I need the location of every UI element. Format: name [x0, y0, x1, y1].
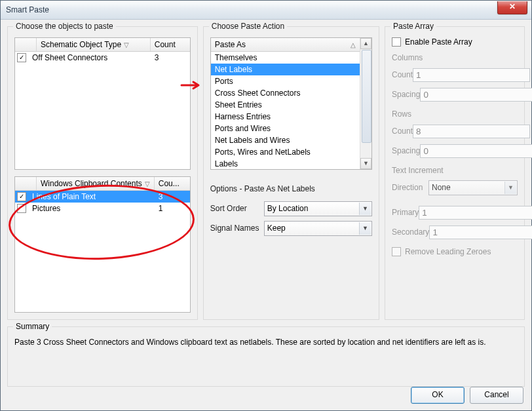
direction-combo[interactable]: None ▼ — [428, 180, 518, 195]
window-title: Smart Paste — [6, 5, 49, 14]
combo-value: None — [432, 183, 451, 192]
group-legend: Choose the objects to paste — [13, 22, 116, 31]
group-choose-objects: Choose the objects to paste Schematic Ob… — [7, 26, 198, 320]
paste-as-item[interactable]: Cross Sheet Connectors — [211, 87, 360, 99]
header-checkbox-col — [15, 177, 37, 190]
columns-spacing-input[interactable] — [420, 88, 532, 102]
scroll-thumb[interactable] — [362, 50, 371, 143]
paste-as-item[interactable]: Harness Entries — [211, 111, 360, 123]
paste-as-item[interactable]: Sheet Entries — [211, 99, 360, 111]
table-body: ✓ Off Sheet Connectors 3 — [15, 52, 190, 169]
schematic-objects-table[interactable]: Schematic Object Type▽ Count ✓ Off Sheet… — [14, 37, 191, 170]
ok-button[interactable]: OK — [411, 387, 465, 404]
group-legend: Choose Paste Action — [209, 22, 287, 31]
row-enable-array: Enable Paste Array — [392, 37, 518, 47]
header-type[interactable]: Windows Clipboard Contents▽ — [37, 177, 155, 190]
summary-legend: Summary — [13, 322, 52, 331]
row-checkbox[interactable]: ✓ — [17, 192, 26, 201]
titlebar[interactable]: Smart Paste ✕ — [1, 1, 531, 20]
clipboard-contents-table[interactable]: Windows Clipboard Contents▽ Cou... ✓ Lin… — [14, 176, 191, 313]
section-columns: Columns — [392, 53, 518, 62]
signal-names-label: Signal Names — [210, 224, 264, 233]
rows-count-input[interactable] — [413, 125, 530, 138]
paste-as-item[interactable]: Net Labels and Wires — [211, 134, 360, 146]
sort-asc-icon: △ — [351, 41, 356, 49]
sort-order-combo[interactable]: By Location ▼ — [264, 201, 372, 216]
header-type[interactable]: Schematic Object Type▽ — [37, 38, 151, 51]
group-paste-action: Choose Paste Action Paste As△ Themselves… — [203, 26, 379, 320]
summary-text: Paste 3 Cross Sheet Connectors and Windo… — [14, 338, 518, 347]
table-row[interactable]: ✓ Lines of Plain Text 3 — [15, 191, 190, 203]
cancel-button[interactable]: Cancel — [470, 387, 523, 404]
scroll-up-icon[interactable]: ▲ — [360, 38, 371, 49]
paste-as-item[interactable]: Labels — [211, 158, 360, 169]
options-subgroup: Options - Paste As Net Labels Sort Order… — [210, 184, 372, 239]
enable-array-label: Enable Paste Array — [405, 37, 472, 47]
close-icon: ✕ — [509, 2, 516, 11]
columns-count-input[interactable] — [413, 68, 530, 82]
scrollbar[interactable]: ▲ ▼ — [360, 38, 371, 169]
cell-type: Off Sheet Connectors — [28, 53, 151, 62]
combo-value: By Location — [267, 204, 309, 213]
paste-as-item[interactable]: Ports — [211, 75, 360, 87]
primary-input[interactable] — [419, 206, 532, 220]
rows-spacing-input[interactable] — [420, 144, 532, 158]
chevron-down-icon: ▼ — [359, 222, 371, 235]
options-legend: Options - Paste As Net Labels — [210, 184, 372, 193]
paste-as-list[interactable]: Paste As△ ThemselvesNet LabelsPortsCross… — [210, 37, 372, 170]
secondary-input[interactable] — [429, 225, 532, 239]
row-checkbox[interactable] — [17, 204, 26, 213]
cell-type: Lines of Plain Text — [28, 192, 155, 201]
remove-zeroes-label: Remove Leading Zeroes — [405, 247, 491, 256]
header-count[interactable]: Count — [151, 38, 190, 51]
scroll-down-icon[interactable]: ▼ — [360, 158, 371, 169]
cell-count: 1 — [155, 204, 190, 213]
paste-as-item[interactable]: Themselves — [211, 52, 360, 64]
cell-type: Pictures — [28, 204, 155, 213]
chevron-down-icon: ▼ — [359, 203, 371, 215]
table-row[interactable]: Pictures 1 — [15, 203, 190, 214]
smart-paste-dialog: Smart Paste ✕ Choose the objects to past… — [0, 0, 532, 411]
group-summary: Summary Paste 3 Cross Sheet Connectors a… — [7, 326, 525, 387]
chevron-down-icon: ▼ — [504, 182, 516, 194]
header-count[interactable]: Cou... — [155, 177, 190, 190]
enable-array-checkbox[interactable] — [392, 37, 401, 47]
combo-value: Keep — [267, 224, 286, 233]
sort-desc-icon: ▽ — [145, 180, 150, 187]
close-button[interactable]: ✕ — [497, 1, 527, 14]
row-sort-order: Sort Order By Location ▼ — [210, 200, 372, 217]
cell-count: 3 — [155, 192, 190, 201]
sort-order-label: Sort Order — [210, 204, 264, 213]
group-paste-array: Paste Array Enable Paste Array Columns C… — [385, 26, 525, 320]
signal-names-combo[interactable]: Keep ▼ — [264, 221, 372, 236]
cell-count: 3 — [151, 53, 190, 62]
button-bar: OK Cancel — [411, 387, 523, 404]
section-text-increment: Text Increment — [392, 166, 518, 175]
row-checkbox[interactable]: ✓ — [17, 53, 26, 62]
table-header: Schematic Object Type▽ Count — [15, 38, 190, 52]
dialog-body: Choose the objects to paste Schematic Ob… — [1, 20, 531, 410]
table-header: Windows Clipboard Contents▽ Cou... — [15, 177, 190, 191]
header-checkbox-col — [15, 38, 37, 51]
row-signal-names: Signal Names Keep ▼ — [210, 220, 372, 237]
table-body: ✓ Lines of Plain Text 3 Pictures 1 — [15, 191, 190, 312]
sort-desc-icon: ▽ — [124, 41, 129, 49]
paste-as-item[interactable]: Ports, Wires and NetLabels — [211, 146, 360, 158]
section-rows: Rows — [392, 109, 518, 119]
group-legend: Paste Array — [390, 22, 436, 31]
paste-as-header[interactable]: Paste As△ — [211, 38, 360, 52]
remove-zeroes-checkbox[interactable] — [392, 247, 401, 256]
paste-as-item[interactable]: Net Labels — [211, 64, 360, 75]
paste-as-items: ThemselvesNet LabelsPortsCross Sheet Con… — [211, 52, 360, 169]
table-row[interactable]: ✓ Off Sheet Connectors 3 — [15, 52, 190, 64]
paste-as-item[interactable]: Ports and Wires — [211, 123, 360, 134]
